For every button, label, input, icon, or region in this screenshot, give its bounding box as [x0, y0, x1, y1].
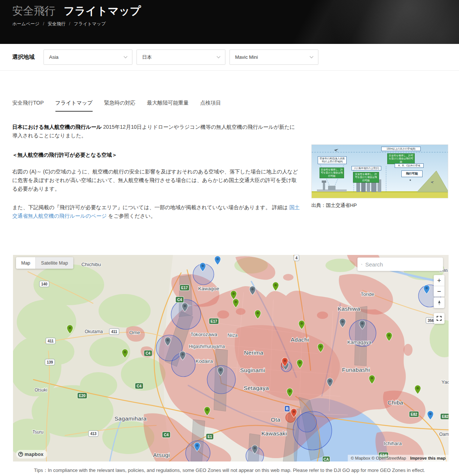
svg-text:139: 139: [47, 360, 53, 364]
city-label: Tokorozawa: [190, 332, 218, 337]
svg-text:411: 411: [111, 330, 118, 334]
city-label: Niiza: [228, 333, 238, 338]
svg-text:B: B: [286, 407, 288, 411]
city-label: Kashiwa: [338, 306, 360, 312]
svg-text:E20: E20: [79, 394, 86, 398]
zone-heading: ＜無人航空機の飛行許可が必要となる空域＞: [12, 152, 117, 159]
map-style-satellite-button[interactable]: Satellite Map: [35, 257, 73, 269]
mapbox-logo-text: mapbox: [25, 451, 44, 457]
city-label: Kodaira: [196, 358, 213, 364]
zoom-out-button[interactable]: −: [434, 286, 444, 297]
fullscreen-button[interactable]: [434, 313, 444, 324]
tab-flysafe-top[interactable]: 安全飛行TOP: [12, 100, 44, 112]
breadcrumb-home[interactable]: ホームページ: [12, 21, 39, 26]
para2-text-before: また、下記掲載の『飛行許可が必要なエリア』については、一部の地域が掲載されていな…: [12, 204, 288, 210]
svg-text:411: 411: [48, 339, 54, 343]
page-header: 安全飛行フライトマップ ホームページ / 安全飛行 / フライトマップ: [0, 0, 459, 44]
breadcrumb-flysafe[interactable]: 安全飛行: [48, 21, 65, 26]
page-title: 安全飛行フライトマップ: [12, 4, 459, 18]
diagram-permit-note: 安全性を確保し、許可を受けた場合は飛行可能: [320, 167, 344, 178]
map-search-box: [357, 258, 443, 271]
city-label: Kamagaya: [347, 339, 372, 345]
para2-text-after: をご参照ください。: [108, 213, 156, 219]
city-label: Ota: [271, 416, 280, 423]
country-select-value: 日本: [142, 54, 152, 61]
chevron-down-icon: [217, 55, 221, 58]
diagram-permit-note: 安全性を確保し、許可を受けた場合は飛行可能: [387, 153, 415, 164]
city-label: Kawagoe: [198, 286, 219, 291]
map-style-map-button[interactable]: Map: [16, 257, 35, 269]
region-filter-label: 選択地域: [12, 54, 35, 61]
zoom-controls: + −: [434, 275, 444, 297]
mapbox-logo-icon: [18, 452, 23, 457]
city-label: Funabashi: [342, 367, 370, 373]
region-select[interactable]: Asia: [44, 49, 132, 65]
search-icon: [361, 261, 362, 268]
tab-inspection[interactable]: 点検項目: [200, 100, 221, 112]
city-label: Otsuki: [35, 387, 47, 393]
city-label: Setagaya: [244, 385, 269, 391]
svg-text:E17: E17: [211, 319, 217, 323]
tab-emergency[interactable]: 緊急時の対応: [104, 100, 135, 112]
city-label: Ichihara: [384, 441, 402, 446]
compass-icon: [436, 300, 442, 306]
article-section: 安全飛行TOP フライトマップ 緊急時の対応 最大離陸可能重量 点検項目 日本に…: [0, 71, 459, 255]
improve-map-link[interactable]: Improve this map: [410, 456, 446, 460]
city-label: Adachi: [291, 336, 309, 343]
svg-text:C4: C4: [177, 298, 182, 302]
svg-text:E82: E82: [411, 412, 417, 416]
city-label: Chichibu: [81, 262, 101, 267]
mapbox-logo[interactable]: mapbox: [16, 450, 47, 459]
diagram-zone-b-label: 150m以上の高さの空域(B): [381, 147, 421, 151]
city-label: Suginami: [240, 367, 265, 373]
diagram-zone-a-label: 空港等の周辺(進入表面等)の上空の空域(A): [318, 156, 347, 164]
section-tabs: 安全飛行TOP フライトマップ 緊急時の対応 最大離陸可能重量 点検項目: [12, 100, 221, 112]
country-select[interactable]: 日本: [137, 49, 225, 65]
diagram-flight-ok-label: 飛行可能: [401, 170, 423, 177]
city-label: Tsuru: [32, 429, 43, 435]
diagram-permit-note: 安全性を確保し、許可を受けた場合は飛行可能: [353, 172, 379, 183]
map-search-input[interactable]: [365, 261, 439, 268]
intro-paragraph: 日本における無人航空機の飛行ルール 2015年12月10日よりドローンやラジコン…: [12, 123, 300, 140]
city-label: Chiba: [388, 399, 403, 406]
zoom-in-button[interactable]: +: [434, 275, 444, 286]
flight-map[interactable]: Chichibu Kawagoe Toride Kashiwa Okutama …: [13, 255, 449, 461]
tab-max-takeoff-weight[interactable]: 最大離陸可能重量: [147, 100, 189, 112]
intro-bold: 日本における無人航空機の飛行ルール: [12, 124, 102, 130]
city-label: Yac: [442, 379, 449, 385]
chevron-down-icon: [124, 55, 128, 58]
city-label: Oami: [439, 432, 449, 437]
breadcrumb-current: フライトマップ: [74, 21, 106, 26]
svg-text:E1: E1: [208, 435, 212, 439]
city-label: Kawasaki: [261, 430, 287, 437]
product-select-value: Mavic Mini: [235, 54, 258, 60]
svg-text:C4: C4: [146, 351, 151, 355]
body-paragraph-1: 右図の (A)～ (C)の空域のように、航空機の航行の安全に影響を及ぼすおそれの…: [12, 167, 300, 193]
fullscreen-icon: [436, 315, 442, 322]
body-paragraph-2: また、下記掲載の『飛行許可が必要なエリア』については、一部の地域が掲載されていな…: [12, 203, 300, 220]
region-filter-bar: 選択地域 Asia 日本 Mavic Mini: [0, 44, 459, 71]
page-title-main: フライトマップ: [64, 5, 141, 17]
figure-caption: 出典：国土交通省HP: [311, 202, 357, 209]
svg-text:413: 413: [90, 432, 97, 436]
map-base: Chichibu Kawagoe Toride Kashiwa Okutama …: [13, 255, 449, 461]
city-label: Nerima: [244, 349, 263, 356]
svg-text:356: 356: [428, 319, 434, 323]
tab-flight-map[interactable]: フライトマップ: [55, 100, 93, 112]
diagram-zone-c-label: 人口集中地区の上空(C): [352, 166, 381, 170]
city-label: Toride: [361, 291, 375, 297]
breadcrumb-separator: /: [43, 21, 44, 26]
breadcrumb: ホームページ / 安全飛行 / フライトマップ: [12, 21, 459, 27]
svg-text:4: 4: [295, 256, 298, 260]
compass-button[interactable]: [434, 297, 444, 308]
svg-text:E82: E82: [442, 415, 449, 419]
svg-text:C4: C4: [164, 433, 169, 437]
city-label: Sagamihara: [115, 415, 147, 422]
attribution-text: © Mapbox © OpenStreetMap: [351, 456, 406, 460]
city-label: Atsugi: [153, 452, 170, 458]
chevron-down-icon: [310, 55, 314, 58]
breadcrumb-separator: /: [69, 21, 70, 26]
geo-zone-tips: Tips：In compliance with the relevant law…: [0, 467, 459, 474]
product-select[interactable]: Mavic Mini: [230, 49, 318, 65]
city-label: Okutama: [85, 329, 103, 334]
